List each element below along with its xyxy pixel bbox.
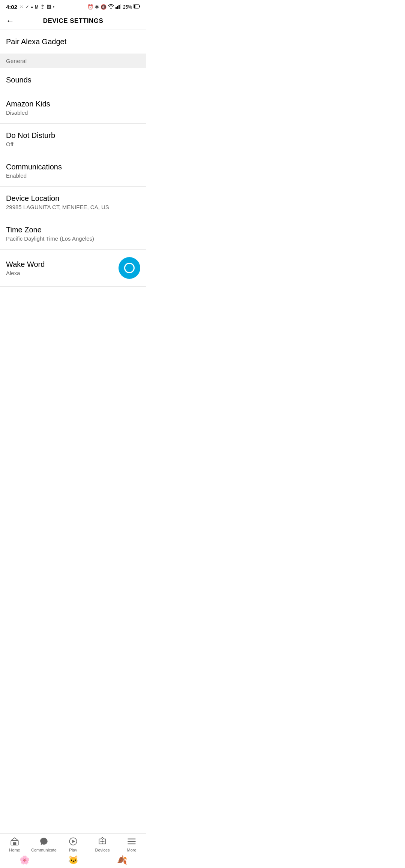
dot-icon: • (53, 4, 55, 10)
do-not-disturb-item[interactable]: Do Not Disturb Off (0, 124, 146, 155)
photo-icon: 🖼 (46, 4, 51, 10)
time-zone-subtitle: Pacific Daylight Time (Los Angeles) (6, 235, 140, 242)
battery-icon (134, 4, 140, 10)
do-not-disturb-label: Do Not Disturb (6, 131, 140, 140)
sounds-label: Sounds (6, 76, 32, 84)
svg-rect-1 (117, 6, 118, 9)
amazon-kids-subtitle: Disabled (6, 109, 140, 116)
signal-icon (116, 4, 122, 10)
device-location-subtitle: 29985 LAGUNITA CT, MENIFEE, CA, US (6, 204, 140, 210)
wake-word-text: Wake Word Alexa (6, 260, 118, 276)
communications-item[interactable]: Communications Enabled (0, 155, 146, 187)
alexa-button[interactable] (118, 257, 140, 279)
svg-rect-6 (139, 6, 140, 7)
circle-icon: ● (31, 5, 33, 9)
page-title: DEVICE SETTINGS (19, 17, 128, 25)
svg-rect-0 (116, 7, 117, 9)
alexa-button-inner (124, 263, 135, 273)
amazon-kids-label: Amazon Kids (6, 100, 140, 108)
wifi-icon (108, 4, 114, 10)
wake-word-item[interactable]: Wake Word Alexa (0, 250, 146, 287)
general-section-label: General (6, 58, 27, 64)
device-location-item[interactable]: Device Location 29985 LAGUNITA CT, MENIF… (0, 187, 146, 218)
alarm-right-icon: ⏰ (87, 4, 93, 10)
pair-alexa-gadget-label: Pair Alexa Gadget (6, 37, 66, 46)
grid-icon: ⁙ (20, 4, 24, 10)
wake-word-subtitle: Alexa (6, 270, 118, 276)
communications-label: Communications (6, 163, 140, 171)
battery-text: 25% (123, 4, 132, 10)
svg-rect-5 (134, 5, 135, 8)
pair-alexa-gadget-item[interactable]: Pair Alexa Gadget (0, 30, 146, 54)
header: ← DEVICE SETTINGS (0, 12, 146, 30)
status-bar: 4:02 ⁙ ✓ ● M ⏱ 🖼 • ⏰ ✱ 🔇 (0, 0, 146, 12)
status-icons-right: ⏰ ✱ 🔇 25% (87, 4, 140, 10)
alarm-icon: ⏱ (40, 4, 45, 10)
svg-rect-3 (120, 4, 121, 9)
general-section-header: General (0, 54, 146, 68)
sounds-item[interactable]: Sounds (0, 68, 146, 92)
content: Pair Alexa Gadget General Sounds Amazon … (0, 30, 146, 287)
status-icons-left: ⁙ ✓ ● M ⏱ 🖼 • (20, 4, 54, 10)
status-time: 4:02 (6, 4, 17, 10)
wake-word-label: Wake Word (6, 260, 118, 269)
do-not-disturb-subtitle: Off (6, 141, 140, 147)
time-zone-item[interactable]: Time Zone Pacific Daylight Time (Los Ang… (0, 218, 146, 250)
bluetooth-icon: ✱ (95, 4, 99, 10)
device-location-label: Device Location (6, 194, 140, 203)
svg-rect-2 (118, 5, 120, 9)
time-zone-label: Time Zone (6, 226, 140, 234)
back-button[interactable]: ← (6, 16, 14, 26)
check-icon: ✓ (25, 4, 29, 10)
communications-subtitle: Enabled (6, 172, 140, 179)
mute-icon: 🔇 (100, 4, 106, 10)
amazon-kids-item[interactable]: Amazon Kids Disabled (0, 92, 146, 124)
gmail-icon: M (35, 4, 39, 10)
